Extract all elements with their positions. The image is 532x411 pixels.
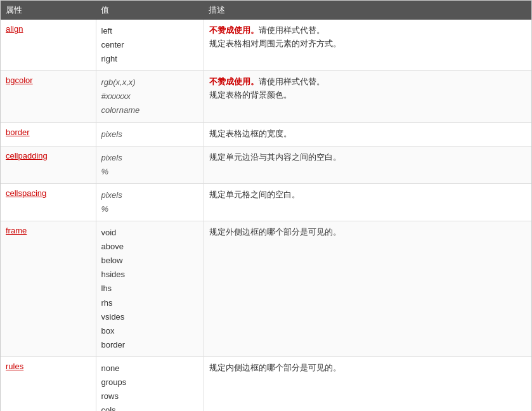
header-desc: 描述 — [204, 1, 531, 20]
attr-link[interactable]: frame — [6, 226, 27, 235]
desc-cell: 规定单元格之间的空白。 — [204, 183, 531, 221]
attr-link[interactable]: cellpadding — [6, 151, 48, 160]
value-item: pixels — [101, 188, 198, 202]
deprecated-label: 不赞成使用。 — [209, 25, 259, 35]
table-row: framevoidabovebelowhsideslhsrhsvsidesbox… — [1, 221, 531, 357]
attr-cell: cellspacing — [1, 183, 96, 221]
attr-link[interactable]: border — [6, 127, 30, 137]
value-item: colorname — [101, 103, 198, 117]
value-item: rhs — [101, 296, 198, 310]
value-item: cols — [101, 403, 198, 411]
desc-line: 规定单元边沿与其内容之间的空白。 — [209, 151, 527, 164]
value-item: left — [101, 24, 198, 38]
value-cell: voidabovebelowhsideslhsrhsvsidesboxborde… — [96, 221, 204, 357]
table-row: cellspacingpixels%规定单元格之间的空白。 — [1, 183, 531, 221]
attr-cell: align — [1, 20, 96, 71]
table-row: bgcolorrgb(x,x,x)#xxxxxxcolorname不赞成使用。请… — [1, 71, 531, 122]
attr-link[interactable]: cellspacing — [6, 188, 46, 198]
desc-line: 规定表格相对周围元素的对齐方式。 — [209, 37, 527, 51]
value-cell: pixels — [96, 122, 204, 146]
value-item: none — [101, 362, 198, 375]
attr-cell: rules — [1, 356, 96, 411]
deprecated-label: 不赞成使用。 — [209, 77, 259, 86]
value-item: groups — [101, 375, 198, 389]
value-item: below — [101, 254, 198, 268]
value-item: rows — [101, 389, 198, 403]
value-cell: pixels% — [96, 183, 204, 221]
desc-cell: 规定表格边框的宽度。 — [204, 122, 531, 146]
value-item: lhs — [101, 282, 198, 296]
value-cell: nonegroupsrowscolsall — [96, 356, 204, 411]
table-row: alignleftcenterright不赞成使用。请使用样式代替。规定表格相对… — [1, 20, 531, 71]
desc-cell: 不赞成使用。请使用样式代替。规定表格的背景颜色。 — [204, 71, 531, 122]
attr-cell: border — [1, 122, 96, 146]
value-item: center — [101, 38, 198, 52]
value-item: pixels — [101, 151, 198, 165]
desc-line: 规定外侧边框的哪个部分是可见的。 — [209, 226, 527, 239]
value-item: void — [101, 226, 198, 240]
value-item: border — [101, 338, 198, 352]
desc-line: 不赞成使用。请使用样式代替。 — [209, 75, 527, 89]
value-cell: pixels% — [96, 146, 204, 183]
desc-line: 不赞成使用。请使用样式代替。 — [209, 24, 527, 37]
value-item: box — [101, 324, 198, 338]
attr-link[interactable]: bgcolor — [6, 75, 33, 85]
header-attr: 属性 — [1, 1, 96, 20]
value-cell: leftcenterright — [96, 20, 204, 71]
attr-link[interactable]: align — [6, 24, 23, 34]
desc-cell: 规定单元边沿与其内容之间的空白。 — [204, 146, 531, 183]
value-item: hsides — [101, 268, 198, 282]
attr-link[interactable]: rules — [6, 362, 23, 371]
value-cell: rgb(x,x,x)#xxxxxxcolorname — [96, 71, 204, 122]
value-item: pixels — [101, 127, 198, 141]
desc-line: 规定表格的背景颜色。 — [209, 89, 527, 102]
value-item: right — [101, 52, 198, 66]
desc-line: 规定单元格之间的空白。 — [209, 188, 527, 202]
main-container: 属性 值 描述 alignleftcenterright不赞成使用。请使用样式代… — [0, 0, 532, 411]
attr-cell: frame — [1, 221, 96, 357]
desc-line: 规定表格边框的宽度。 — [209, 127, 527, 141]
value-item: % — [101, 202, 198, 216]
value-item: % — [101, 165, 198, 179]
attr-cell: bgcolor — [1, 71, 96, 122]
desc-cell: 不赞成使用。请使用样式代替。规定表格相对周围元素的对齐方式。 — [204, 20, 531, 71]
attributes-table: 属性 值 描述 alignleftcenterright不赞成使用。请使用样式代… — [1, 1, 531, 411]
header-value: 值 — [96, 1, 204, 20]
table-header-row: 属性 值 描述 — [1, 1, 531, 20]
value-item: #xxxxxx — [101, 89, 198, 103]
value-item: rgb(x,x,x) — [101, 75, 198, 89]
table-row: cellpaddingpixels%规定单元边沿与其内容之间的空白。 — [1, 146, 531, 183]
desc-cell: 规定内侧边框的哪个部分是可见的。 — [204, 356, 531, 411]
desc-line: 规定内侧边框的哪个部分是可见的。 — [209, 362, 527, 375]
table-row: borderpixels规定表格边框的宽度。 — [1, 122, 531, 146]
value-item: above — [101, 240, 198, 254]
attr-cell: cellpadding — [1, 146, 96, 183]
table-row: rulesnonegroupsrowscolsall规定内侧边框的哪个部分是可见… — [1, 356, 531, 411]
value-item: vsides — [101, 310, 198, 324]
desc-cell: 规定外侧边框的哪个部分是可见的。 — [204, 221, 531, 357]
